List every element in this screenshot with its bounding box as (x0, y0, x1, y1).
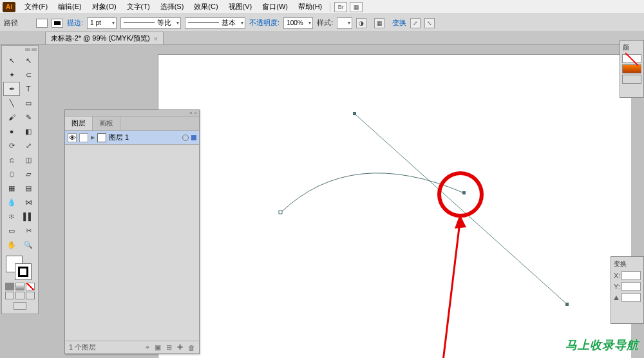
menu-select[interactable]: 选择(S) (155, 1, 189, 13)
stroke-swatch[interactable] (52, 19, 63, 28)
artboard-tool[interactable]: ▭ (3, 223, 20, 238)
column-graph-tool[interactable]: ▌▌ (20, 209, 37, 223)
close-icon[interactable]: × (194, 110, 197, 116)
handle-out[interactable] (565, 303, 569, 306)
shape-builder-tool[interactable]: ⬯ (3, 167, 20, 181)
stroke-weight-field[interactable]: 1 pt (87, 17, 117, 29)
slice-tool[interactable]: ✂ (20, 223, 37, 238)
layer-row[interactable]: 👁 ▶ 图层 1 (65, 131, 199, 145)
new-layer-icon[interactable]: ✚ (177, 343, 183, 352)
color-mode-gradient[interactable] (15, 283, 24, 290)
fill-stroke-well[interactable] (3, 254, 37, 281)
symbol-sprayer-tool[interactable]: ፨ (3, 209, 20, 223)
layer-name[interactable]: 图层 1 (109, 133, 180, 142)
opacity-field[interactable]: 100% (283, 17, 313, 29)
draw-inside[interactable] (26, 292, 35, 299)
tab-layers[interactable]: 图层 (65, 117, 93, 130)
color-extra[interactable] (622, 75, 641, 84)
graphic-style[interactable] (337, 17, 352, 29)
target-icon[interactable] (182, 135, 189, 141)
transform-link[interactable]: 变换 (392, 18, 406, 28)
mesh-tool[interactable]: ▦ (3, 181, 20, 195)
eraser-tool[interactable]: ◧ (20, 124, 37, 138)
brush-definition[interactable]: 基本 (185, 17, 245, 29)
menu-view[interactable]: 视图(V) (223, 1, 258, 13)
twirl-icon[interactable]: ▶ (91, 135, 95, 140)
pencil-tool[interactable]: ✎ (20, 110, 37, 124)
locate-object-icon[interactable]: ⌖ (146, 343, 149, 352)
menu-help[interactable]: 帮助(H) (293, 1, 327, 13)
color-mode-solid[interactable] (5, 283, 14, 290)
lasso-tool[interactable]: ⊂ (20, 68, 37, 82)
anchor-end-selected[interactable] (462, 191, 466, 194)
variable-width-profile[interactable]: 等比 (120, 17, 181, 29)
menu-file[interactable]: 文件(F) (19, 1, 53, 13)
draw-behind[interactable] (15, 292, 24, 299)
type-tool[interactable]: T (20, 82, 37, 96)
color-spectrum[interactable] (622, 64, 641, 73)
paintbrush-tool[interactable]: 🖌 (3, 110, 20, 124)
screen-mode-row (3, 292, 37, 299)
menu-effect[interactable]: 效果(C) (189, 1, 223, 13)
make-clipping-mask-icon[interactable]: ▣ (155, 343, 161, 352)
isolate2-button[interactable]: ⤡ (424, 18, 435, 28)
menu-object[interactable]: 对象(O) (87, 1, 122, 13)
delta-field[interactable] (621, 293, 641, 302)
screen-mode[interactable] (3, 302, 37, 310)
bridge-button[interactable]: Br (334, 2, 347, 12)
eyedropper-tool[interactable]: 💧 (3, 195, 20, 209)
fill-swatch[interactable] (36, 19, 48, 28)
line-tool[interactable]: ╲ (3, 96, 20, 110)
free-transform-tool[interactable]: ◫ (20, 153, 37, 167)
color-panel[interactable]: 颜 (620, 40, 644, 98)
canvas-viewport[interactable] (158, 45, 631, 358)
perspective-tool[interactable]: ▱ (20, 167, 37, 181)
transform-panel-title: 变换 (614, 259, 641, 268)
pen-tool[interactable]: ✒ (3, 82, 20, 96)
menu-edit[interactable]: 编辑(E) (53, 1, 87, 13)
visibility-toggle[interactable]: 👁 (68, 133, 77, 142)
magic-wand-tool[interactable]: ✦ (3, 68, 20, 82)
blob-brush-tool[interactable]: ● (3, 124, 20, 138)
align-button[interactable]: ▦ (374, 18, 384, 28)
collapse-icon[interactable]: « (189, 110, 192, 116)
selection-tool[interactable]: ↖ (3, 53, 20, 68)
stroke-label[interactable]: 描边: (67, 18, 83, 28)
delta-icon (614, 296, 619, 300)
isolate-button[interactable]: ⤢ (410, 18, 421, 28)
color-none-swatch[interactable] (622, 54, 641, 63)
rotate-tool[interactable]: ⟳ (3, 138, 20, 153)
layers-panel[interactable]: «× 图层 画板 👁 ▶ 图层 1 1 个图层 ⌖ ▣ ⊞ ✚ 🗑 (64, 109, 200, 354)
brush-text: 基本 (222, 18, 236, 28)
menu-window[interactable]: 窗口(W) (257, 1, 293, 13)
rectangle-tool[interactable]: ▭ (20, 96, 37, 110)
direct-selection-tool[interactable]: ↖ (20, 53, 37, 68)
tab-artboards[interactable]: 画板 (93, 117, 120, 130)
handle-in[interactable] (353, 112, 356, 115)
delete-layer-icon[interactable]: 🗑 (188, 344, 195, 352)
x-field[interactable] (621, 271, 641, 280)
panel-titlebar[interactable]: «× (65, 110, 199, 117)
lock-toggle[interactable] (79, 133, 88, 142)
gradient-tool[interactable]: ▤ (20, 181, 37, 195)
arrange-button[interactable]: ▦ (350, 2, 363, 12)
artboard[interactable] (158, 54, 631, 358)
stroke-color[interactable] (15, 263, 32, 280)
document-tab[interactable]: 未标题-2* @ 99% (CMYK/预览) × (45, 32, 164, 44)
zoom-tool[interactable]: 🔍 (20, 238, 37, 252)
width-tool[interactable]: ⎌ (3, 153, 20, 167)
new-sublayer-icon[interactable]: ⊞ (166, 343, 172, 352)
draw-normal[interactable] (5, 292, 14, 299)
screen-mode-button[interactable] (14, 302, 26, 310)
close-tab-icon[interactable]: × (154, 35, 158, 42)
transform-panel[interactable]: 变换 X: Y: (611, 256, 644, 324)
menu-type[interactable]: 文字(T) (122, 1, 155, 13)
scale-tool[interactable]: ⤢ (20, 138, 37, 153)
blend-tool[interactable]: ⋈ (20, 195, 37, 209)
color-mode-none[interactable] (26, 283, 35, 290)
y-field[interactable] (621, 282, 641, 291)
opacity-label[interactable]: 不透明度: (249, 18, 279, 28)
anchor-start[interactable] (279, 211, 282, 214)
recolor-button[interactable]: ◑ (356, 18, 366, 28)
hand-tool[interactable]: ✋ (3, 238, 20, 252)
